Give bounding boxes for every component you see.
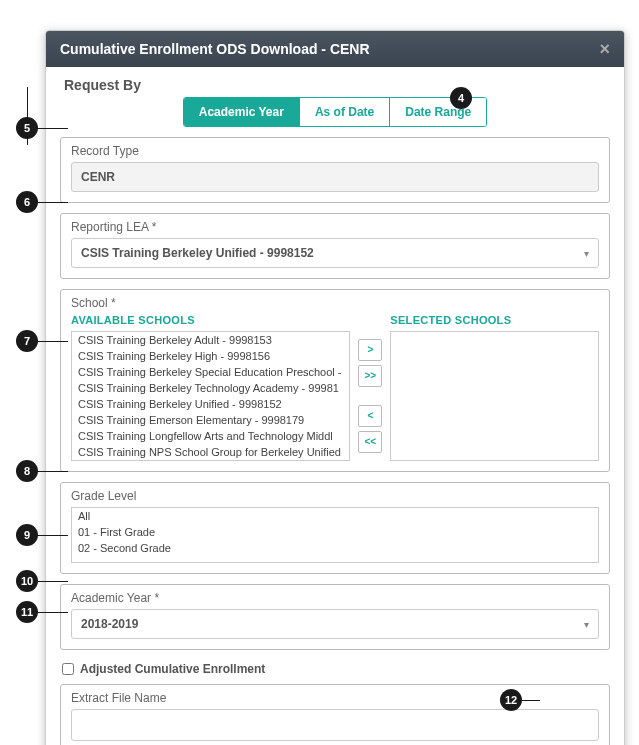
list-item[interactable]: 01 - First Grade (72, 524, 598, 540)
record-type-panel: Record Type CENR (60, 137, 610, 203)
selected-schools-heading: SELECTED SCHOOLS (390, 314, 599, 326)
content-area: Request By Academic Year As of Date Date… (46, 67, 624, 745)
record-type-label: Record Type (71, 144, 599, 158)
adjusted-enrollment-row: Adjusted Cumulative Enrollment (60, 660, 610, 684)
school-panel: School * AVAILABLE SCHOOLS CSIS Training… (60, 289, 610, 472)
extract-file-label: Extract File Name (71, 691, 599, 705)
request-by-toggle: Academic Year As of Date Date Range (183, 97, 488, 127)
academic-year-panel: Academic Year * 2018-2019 (60, 584, 610, 650)
reporting-lea-panel: Reporting LEA * CSIS Training Berkeley U… (60, 213, 610, 279)
school-label: School * (71, 296, 599, 310)
toggle-academic-year[interactable]: Academic Year (184, 98, 300, 126)
academic-year-label: Academic Year * (71, 591, 599, 605)
list-item[interactable]: 02 - Second Grade (72, 540, 598, 556)
list-item[interactable]: CSIS Training Berkeley High - 9998156 (72, 348, 349, 364)
list-item[interactable]: CSIS Training Rosa Parks Environmental S… (72, 460, 349, 461)
list-item[interactable]: CSIS Training Berkeley Unified - 9998152 (72, 396, 349, 412)
available-schools-list[interactable]: CSIS Training Berkeley Adult - 9998153CS… (71, 331, 350, 461)
list-item[interactable]: All (72, 508, 598, 524)
move-left-button[interactable]: < (358, 405, 382, 427)
window-title: Cumulative Enrollment ODS Download - CEN… (60, 41, 370, 57)
toggle-as-of-date[interactable]: As of Date (300, 98, 390, 126)
list-item[interactable]: CSIS Training Emerson Elementary - 99981… (72, 412, 349, 428)
move-all-left-button[interactable]: << (358, 431, 382, 453)
grade-level-list[interactable]: All01 - First Grade02 - Second Grade (71, 507, 599, 563)
move-all-right-button[interactable]: >> (358, 365, 382, 387)
grade-level-panel: Grade Level All01 - First Grade02 - Seco… (60, 482, 610, 574)
selected-schools-list[interactable] (390, 331, 599, 461)
toggle-date-range[interactable]: Date Range (390, 98, 486, 126)
list-item[interactable]: CSIS Training Berkeley Special Education… (72, 364, 349, 380)
extract-file-input[interactable] (71, 709, 599, 741)
record-type-value: CENR (71, 162, 599, 192)
academic-year-select[interactable]: 2018-2019 (71, 609, 599, 639)
adjusted-enrollment-label: Adjusted Cumulative Enrollment (80, 662, 265, 676)
modal-window: Cumulative Enrollment ODS Download - CEN… (45, 30, 625, 745)
list-item[interactable]: CSIS Training Berkeley Technology Academ… (72, 380, 349, 396)
extract-file-panel: Extract File Name (60, 684, 610, 745)
close-icon[interactable]: × (599, 40, 610, 58)
available-schools-heading: AVAILABLE SCHOOLS (71, 314, 350, 326)
request-by-heading: Request By (64, 77, 610, 93)
reporting-lea-select[interactable]: CSIS Training Berkeley Unified - 9998152 (71, 238, 599, 268)
move-right-button[interactable]: > (358, 339, 382, 361)
reporting-lea-label: Reporting LEA * (71, 220, 599, 234)
toggle-row: Academic Year As of Date Date Range (60, 97, 610, 127)
list-item[interactable]: CSIS Training NPS School Group for Berke… (72, 444, 349, 460)
titlebar: Cumulative Enrollment ODS Download - CEN… (46, 31, 624, 67)
list-item[interactable]: CSIS Training Berkeley Adult - 9998153 (72, 332, 349, 348)
grade-level-label: Grade Level (71, 489, 599, 503)
adjusted-enrollment-checkbox[interactable] (62, 663, 74, 675)
list-item[interactable]: CSIS Training Longfellow Arts and Techno… (72, 428, 349, 444)
